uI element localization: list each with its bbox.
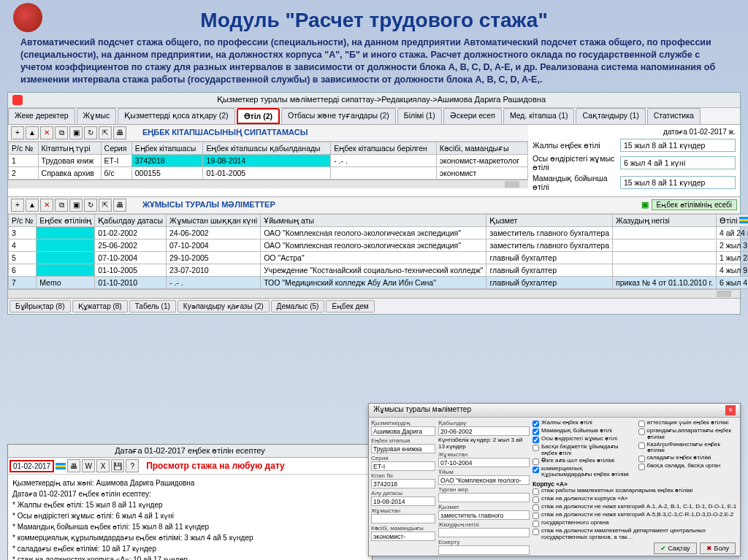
print-button[interactable]: 🖶 bbox=[113, 126, 126, 139]
field-value[interactable]: ЕТ-I bbox=[371, 461, 435, 471]
tab-0[interactable]: Жеке деректер bbox=[8, 108, 75, 124]
field-value[interactable]: экономист-маркетолог bbox=[371, 532, 435, 541]
delete-button-2[interactable]: ✕ bbox=[40, 199, 53, 212]
field-value[interactable]: 07-10-2004 bbox=[438, 458, 530, 467]
col-header[interactable]: Қабылдау датасы bbox=[95, 214, 167, 226]
expand-button[interactable]: ▣ bbox=[69, 126, 83, 139]
checkbox[interactable] bbox=[533, 488, 539, 495]
checkbox[interactable] bbox=[533, 437, 539, 443]
field-value[interactable]: 19-08-2014 bbox=[371, 496, 435, 506]
col-header[interactable]: Өтілі bbox=[716, 214, 748, 226]
table-row[interactable]: 7Memo01-10-2010- .- .ТОО "Медицинский ко… bbox=[9, 276, 749, 288]
field-value[interactable] bbox=[438, 545, 530, 555]
col-header[interactable]: Еңбек кітапшасы bbox=[131, 142, 203, 154]
col-header[interactable]: Серия bbox=[101, 142, 131, 154]
field-value[interactable] bbox=[371, 514, 435, 523]
checkbox[interactable] bbox=[533, 521, 539, 527]
tab-1[interactable]: Жұмыс bbox=[77, 108, 117, 124]
table-row[interactable]: 601-10-200523-07-2010Учреждение "Костана… bbox=[9, 264, 749, 276]
export-word-button[interactable]: W bbox=[82, 459, 95, 472]
save-button-3[interactable]: 💾 bbox=[111, 459, 124, 472]
col-header[interactable]: Р/с № bbox=[9, 142, 39, 154]
field-value[interactable]: заместитель главного бухгалтера bbox=[438, 510, 530, 520]
tab-5[interactable]: Білімі (1) bbox=[397, 108, 442, 124]
col-header[interactable]: Кітаптың түрі bbox=[38, 142, 101, 154]
table-row[interactable]: 1Трудовая книжЕТ-I374201819-08-2014- .- … bbox=[9, 154, 528, 166]
checkbox[interactable] bbox=[533, 496, 539, 503]
copy-button[interactable]: ⧉ bbox=[55, 126, 68, 139]
print-button-2[interactable]: 🖶 bbox=[113, 199, 126, 212]
checkbox[interactable] bbox=[638, 429, 645, 435]
cancel-button[interactable]: ✖Болу bbox=[700, 542, 736, 554]
export-excel-button[interactable]: X bbox=[96, 459, 110, 472]
scrollbar[interactable] bbox=[8, 180, 528, 188]
field-value[interactable]: 3742018 bbox=[371, 479, 435, 488]
bottom-tab[interactable]: Табель (1) bbox=[129, 300, 176, 312]
col-header[interactable]: Жұмыстан шыққан күні bbox=[166, 214, 260, 226]
close-icon[interactable]: × bbox=[725, 405, 736, 415]
field-value[interactable]: Трудовая книжка bbox=[371, 444, 435, 453]
tab-2[interactable]: Қызметтерді қоса атқару (2) bbox=[118, 108, 234, 124]
jobs-table[interactable]: Р/с №Еңбек өтілініңҚабылдау датасыЖұмыст… bbox=[8, 214, 748, 289]
bottom-tab[interactable]: Бұйрықтар (8) bbox=[9, 300, 71, 312]
refresh-button[interactable]: ↻ bbox=[84, 126, 97, 139]
bottom-tab[interactable]: Демалыс (5) bbox=[271, 300, 325, 312]
field-value[interactable]: Ашимова Дарига Рашидовна bbox=[371, 426, 435, 436]
bottom-tab[interactable]: Еңбек дем bbox=[326, 300, 374, 312]
checkbox[interactable] bbox=[533, 429, 539, 435]
col-header[interactable]: Р/с № bbox=[9, 214, 37, 226]
checkbox[interactable] bbox=[533, 505, 539, 511]
col-header[interactable]: Ұйымның аты bbox=[261, 214, 486, 226]
refresh-button-2[interactable]: ↻ bbox=[84, 199, 97, 212]
table-row[interactable]: 2Справка архивб/с00015501-01-2005экономи… bbox=[9, 166, 528, 179]
export-button-2[interactable]: ⇱ bbox=[99, 199, 112, 212]
add-button-2[interactable]: + bbox=[11, 199, 24, 212]
col-header[interactable]: Қызмет bbox=[486, 214, 613, 226]
col-header[interactable]: Еңбек кітапшасы берілген bbox=[331, 142, 437, 154]
report-icon: ▣ bbox=[641, 200, 649, 210]
date-input[interactable]: 01-02-2017 bbox=[9, 460, 54, 472]
field-value[interactable] bbox=[438, 528, 530, 537]
copy-button-2[interactable]: ⧉ bbox=[55, 199, 68, 212]
checkbox[interactable] bbox=[533, 459, 539, 465]
print-button-3[interactable]: 🖶 bbox=[67, 459, 80, 472]
checkbox[interactable] bbox=[533, 445, 539, 451]
help-button[interactable]: ? bbox=[126, 459, 139, 472]
col-header[interactable]: Еңбек кітапшасы қабылданады bbox=[203, 142, 331, 154]
delete-button[interactable]: ✕ bbox=[40, 126, 53, 139]
scrollbar-2[interactable] bbox=[8, 289, 740, 298]
checkbox[interactable] bbox=[638, 456, 645, 462]
checkbox[interactable] bbox=[533, 421, 539, 427]
tab-3[interactable]: Өтіл (2) bbox=[237, 108, 280, 124]
checkbox[interactable] bbox=[638, 464, 645, 470]
field-value[interactable] bbox=[438, 493, 530, 502]
bottom-tab[interactable]: Құжаттар (8) bbox=[72, 300, 128, 312]
field-value[interactable]: 20-06-2002 bbox=[438, 426, 530, 436]
col-header[interactable]: Кәсібі, мамандығы bbox=[436, 142, 527, 154]
table-row[interactable]: 425-06-200207-10-2004ОАО "Комплексная ге… bbox=[9, 239, 749, 251]
expand-button-2[interactable]: ▣ bbox=[69, 199, 83, 212]
tab-6[interactable]: Әскери есеп bbox=[443, 108, 502, 124]
checkbox[interactable] bbox=[533, 529, 539, 535]
add-button[interactable]: + bbox=[11, 126, 24, 139]
workbook-table[interactable]: Р/с №Кітаптың түріСерияЕңбек кітапшасыЕң… bbox=[8, 142, 528, 180]
tab-7[interactable]: Мед. кітапша (1) bbox=[503, 108, 575, 124]
edit-button-2[interactable]: ▲ bbox=[26, 199, 39, 212]
checkbox[interactable] bbox=[638, 442, 645, 449]
table-row[interactable]: 301-02-200224-06-2002ОАО "Комплексная ге… bbox=[9, 226, 749, 239]
tab-4[interactable]: Отбасы және туғандары (2) bbox=[281, 108, 396, 124]
tab-9[interactable]: Статистика bbox=[647, 108, 701, 124]
col-header[interactable]: Еңбек өтілінің bbox=[37, 214, 95, 226]
table-row[interactable]: 507-10-200429-10-2005ОО "Астра"главный б… bbox=[9, 251, 749, 264]
col-header[interactable]: Жазудың негізі bbox=[613, 214, 717, 226]
bottom-tab[interactable]: Куәландыру қағазы (2) bbox=[178, 300, 270, 312]
export-button[interactable]: ⇱ bbox=[99, 126, 112, 139]
edit-button[interactable]: ▲ bbox=[26, 126, 39, 139]
tab-8[interactable]: Сақтандыру (1) bbox=[576, 108, 645, 124]
checkbox[interactable] bbox=[533, 513, 539, 519]
report-button[interactable]: Еңбек өтілімінің есебі bbox=[652, 199, 737, 210]
checkbox[interactable] bbox=[638, 421, 645, 427]
save-button[interactable]: ✔Сақтау bbox=[654, 542, 697, 554]
checkbox[interactable] bbox=[533, 467, 539, 473]
field-value[interactable]: ОАО "Комплексная геолого-экологическа bbox=[438, 475, 530, 485]
